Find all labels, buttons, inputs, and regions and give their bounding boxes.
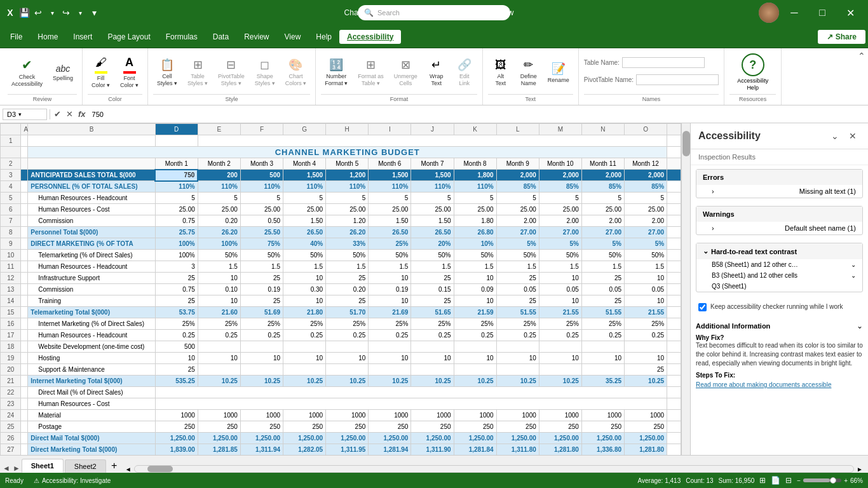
menu-help[interactable]: Help <box>308 30 339 44</box>
additional-info-collapse[interactable]: ⌄ <box>857 322 863 330</box>
col-header-p[interactable] <box>667 124 681 135</box>
customize-icon[interactable]: ▾ <box>89 8 99 18</box>
number-format-button[interactable]: 🔢 NumberFormat ▾ <box>321 55 351 90</box>
missing-alt-text-item[interactable]: › Missing alt text (1) <box>696 185 862 198</box>
menu-data[interactable]: Data <box>205 30 236 44</box>
chart-colors-button[interactable]: 🎨 ChartColors ▾ <box>281 55 311 90</box>
nav-left-arrow[interactable]: ◄ <box>3 464 10 473</box>
menu-accessibility[interactable]: Accessibility <box>339 30 401 44</box>
add-sheet-button[interactable]: + <box>107 459 121 473</box>
menu-file[interactable]: File <box>3 30 30 44</box>
menu-insert[interactable]: Insert <box>65 30 100 44</box>
sheet-tab-2[interactable]: Sheet2 <box>65 459 106 473</box>
default-sheet-name-item[interactable]: › Default sheet name (1) <box>696 222 862 234</box>
maximize-button[interactable]: □ <box>810 3 835 23</box>
formula-cancel[interactable]: ✕ <box>65 109 74 119</box>
view-normal-icon[interactable]: ⊞ <box>759 476 766 485</box>
col-header-g[interactable]: G <box>283 124 326 135</box>
fill-color-button[interactable]: 🖌 FillColor ▾ <box>88 53 114 92</box>
zoom-in-icon[interactable]: + <box>844 477 848 484</box>
alt-text-button[interactable]: 🖼 AltText <box>488 56 513 90</box>
horizontal-scrollbar[interactable] <box>134 465 854 473</box>
col-header-i[interactable]: I <box>369 124 411 135</box>
col-header-l[interactable]: L <box>496 124 539 135</box>
check-accessibility-button[interactable]: ✔ CheckAccessibility <box>8 55 46 90</box>
zoom-out-icon[interactable]: − <box>797 477 801 484</box>
redo-dropdown[interactable]: ▾ <box>75 8 85 18</box>
col-header-h[interactable]: H <box>326 124 369 135</box>
col-header-m[interactable]: M <box>539 124 581 135</box>
col-header-e[interactable]: E <box>198 124 240 135</box>
define-name-button[interactable]: ✏ DefineName <box>516 55 541 90</box>
number-format-icon: 🔢 <box>329 58 343 72</box>
cell-ref-dropdown[interactable]: ▾ <box>18 111 22 118</box>
table-name-input[interactable] <box>622 57 705 68</box>
pivot-table-name-input[interactable] <box>636 74 719 85</box>
zoom-slider-thumb[interactable] <box>830 477 836 484</box>
zoom-slider[interactable] <box>803 478 841 482</box>
undo-icon[interactable]: ↩ <box>33 8 43 18</box>
menu-home[interactable]: Home <box>30 30 65 44</box>
ribbon-collapse[interactable]: ⌃ <box>858 48 865 105</box>
hard-contrast-item-3[interactable]: Q3 (Sheet1) <box>696 281 862 292</box>
rename-button[interactable]: 📝 Rename <box>544 59 573 86</box>
col-header-k[interactable]: K <box>454 124 496 135</box>
format-table-button[interactable]: ⊞ Format asTable ▾ <box>354 55 388 90</box>
col-header-b[interactable]: B <box>28 124 155 135</box>
save-icon[interactable]: 💾 <box>19 8 29 18</box>
nav-right-arrow[interactable]: ► <box>13 464 20 473</box>
cell-reference[interactable]: D3 ▾ <box>3 109 47 120</box>
undo-dropdown[interactable]: ▾ <box>47 8 57 18</box>
sheet-tab-1[interactable]: Sheet1 <box>22 459 64 473</box>
redo-icon[interactable]: ↪ <box>61 8 71 18</box>
unmerge-cells-button[interactable]: ⊠ UnmergeCells <box>390 55 421 90</box>
accessibility-help-button[interactable]: ? AccessibilityHelp <box>729 51 776 94</box>
close-button[interactable]: ✕ <box>837 3 863 23</box>
cell-1e[interactable] <box>198 135 667 147</box>
formula-insert-function[interactable]: fx <box>77 109 87 119</box>
panel-close-button[interactable]: ✕ <box>845 128 860 144</box>
col-header-f[interactable]: F <box>240 124 283 135</box>
spelling-button[interactable]: abc Spelling <box>49 61 77 85</box>
scroll-left-icon[interactable]: ◄ <box>125 466 132 473</box>
table-styles-button[interactable]: ⊞ TableStyles ▾ <box>184 55 212 90</box>
menu-review[interactable]: Review <box>236 30 276 44</box>
col-header-j[interactable]: J <box>411 124 454 135</box>
vertical-scrollbar-thumb[interactable] <box>682 131 690 156</box>
warnings-section-header[interactable]: Warnings <box>696 207 862 222</box>
cell-1d[interactable] <box>155 135 198 147</box>
cell-1a[interactable] <box>21 135 28 147</box>
edit-link-button[interactable]: 🔗 EditLink <box>452 55 477 90</box>
horizontal-scrollbar-thumb[interactable] <box>147 466 173 472</box>
pivottable-styles-button[interactable]: ⊟ PivotTableStyles ▾ <box>214 55 248 90</box>
shape-styles-button[interactable]: ◻ ShapeStyles ▾ <box>251 55 279 90</box>
hard-contrast-item-1[interactable]: B58 (Sheet1) and 12 other c… ⌄ <box>696 259 862 270</box>
user-avatar[interactable] <box>759 3 779 23</box>
view-page-layout-icon[interactable]: 📄 <box>771 476 780 485</box>
scroll-right-icon[interactable]: ► <box>857 466 863 473</box>
formula-input[interactable] <box>90 109 865 119</box>
cell-styles-button[interactable]: 📋 CellStyles ▾ <box>153 55 181 90</box>
keep-running-checkbox[interactable] <box>698 303 707 311</box>
col-header-a[interactable]: A <box>21 124 28 135</box>
formula-checkmark[interactable]: ✔ <box>53 109 62 119</box>
col-header-n[interactable]: N <box>581 124 624 135</box>
wrap-text-button[interactable]: ↵ WrapText <box>424 55 449 90</box>
read-more-link[interactable]: Read more about making documents accessi… <box>696 381 863 388</box>
view-page-break-icon[interactable]: ⊟ <box>785 476 792 485</box>
menu-view[interactable]: View <box>277 30 309 44</box>
hard-contrast-item-2[interactable]: B3 (Sheet1) and 12 other cells ⌄ <box>696 270 862 281</box>
hard-contrast-header[interactable]: ⌄ Hard-to-read text contrast <box>696 243 862 259</box>
menu-page-layout[interactable]: Page Layout <box>100 30 158 44</box>
panel-collapse-button[interactable]: ⌄ <box>827 128 843 144</box>
cell-1b[interactable] <box>28 135 155 147</box>
errors-section-header[interactable]: Errors <box>696 170 862 185</box>
menu-formulas[interactable]: Formulas <box>158 30 205 44</box>
font-color-button[interactable]: A FontColor ▾ <box>116 53 142 92</box>
col-header-d[interactable]: D <box>155 124 198 135</box>
alt-text-label: AltText <box>495 73 506 87</box>
minimize-button[interactable]: ─ <box>782 3 807 23</box>
col-header-o[interactable]: O <box>625 124 667 135</box>
vertical-scrollbar[interactable] <box>681 123 690 455</box>
share-button[interactable]: ↗ Share <box>818 30 865 44</box>
